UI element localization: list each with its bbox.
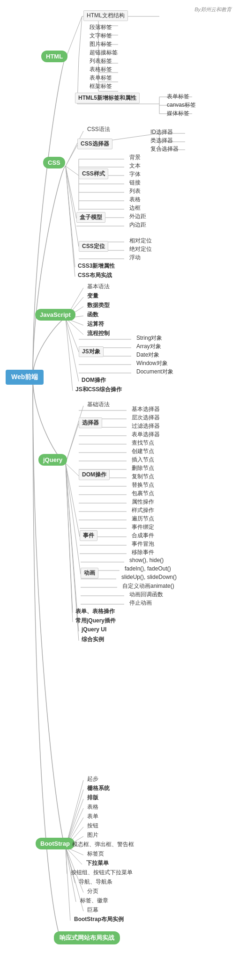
node-form-table: 表单、表格操作 — [73, 607, 118, 616]
node-bs-start: 起步 — [84, 774, 101, 784]
connector-lines — [0, 0, 239, 980]
node-stop-anim: 停止动画 — [127, 598, 155, 608]
category-jquery: jQuery — [38, 454, 67, 466]
node-show-hide: show(), hide() — [127, 556, 166, 564]
node-bs-btn: 按钮 — [84, 821, 101, 831]
node-nav: 导航、导航条 — [76, 877, 115, 887]
node-jq-dom: DOM操作 — [79, 469, 110, 480]
svg-line-88 — [66, 463, 73, 622]
byline: By郑州云和教育 — [192, 5, 234, 14]
node-animation: 动画 — [81, 568, 98, 578]
node-js-css: JS和CSS综合操作 — [73, 385, 125, 395]
node-grid: 栅格系统 — [84, 783, 112, 793]
node-css-style: CSS样式 — [79, 168, 108, 179]
node-float: 浮动 — [127, 253, 143, 263]
svg-line-59 — [66, 424, 79, 463]
node-btngroup: 按钮组、按钮式下拉菜单 — [68, 868, 135, 878]
node-box-model: 盒子模型 — [76, 212, 105, 223]
node-document: Document对象 — [134, 367, 176, 377]
node-css3: CSS3新增属性 — [75, 261, 118, 271]
category-bootstrap: BootStrap — [36, 838, 75, 849]
node-responsive: 响应式网站布局实战 — [54, 931, 120, 944]
svg-line-64 — [66, 463, 79, 476]
node-dom-ops: DOM操作 — [79, 375, 109, 385]
node-badge: 标签、徽章 — [77, 896, 111, 906]
node-var: 变量 — [84, 291, 101, 301]
node-css-layout: CSS布局实战 — [75, 271, 115, 280]
node-css-pos: CSS定位 — [79, 241, 108, 252]
svg-line-26 — [66, 166, 79, 176]
node-jq-basic: 基础语法 — [84, 400, 112, 410]
category-css: CSS — [43, 157, 65, 168]
node-typo: 排版 — [84, 793, 101, 803]
node-frame: 框架标签 — [87, 81, 115, 91]
node-slide: slideUp(), slideDown() — [119, 573, 179, 581]
node-padding: 内边距 — [127, 220, 149, 230]
category-html: HTML — [41, 51, 67, 62]
svg-line-101 — [66, 847, 67, 874]
node-flow: 流程控制 — [84, 329, 112, 338]
node-modal: 模态框、弹出框、警告框 — [69, 840, 137, 849]
node-bs-form: 表单 — [84, 812, 101, 821]
svg-line-0 — [66, 16, 82, 59]
node-events: 事件 — [80, 530, 97, 541]
node-bs-img: 图片 — [84, 830, 101, 840]
svg-line-100 — [66, 847, 82, 864]
svg-line-80 — [66, 463, 81, 574]
svg-line-87 — [66, 463, 73, 613]
node-css-selector: CSS选择器 — [77, 139, 112, 149]
node-plugins: 常用jQuery插件 — [73, 616, 119, 626]
node-fade: fadeIn(), fadeOut() — [122, 564, 174, 573]
svg-line-20 — [66, 145, 77, 166]
category-js: JavaScript — [35, 309, 75, 321]
svg-line-42 — [66, 166, 75, 267]
svg-line-102 — [66, 847, 75, 883]
node-dtype: 数据类型 — [84, 300, 112, 310]
node-html5: HTML5新增标签和属性 — [75, 93, 140, 103]
node-dropdown: 下拉菜单 — [83, 858, 112, 868]
svg-line-50 — [66, 318, 79, 352]
node-bs-table: 表格 — [84, 802, 101, 812]
mindmap: Web前端 HTML HTML文档结构 段落标签 文字标签 图片标签 超链接标签… — [0, 0, 239, 19]
node-examples: 综合实例 — [79, 635, 107, 644]
svg-line-35 — [66, 166, 76, 219]
svg-line-58 — [66, 406, 83, 463]
svg-line-56 — [66, 318, 79, 381]
node-jumbotron: 巨幕 — [84, 905, 101, 915]
node-js-basic: 基本语法 — [84, 282, 112, 292]
root-node: Web前端 — [6, 370, 44, 385]
svg-line-49 — [66, 318, 83, 335]
node-compound-sel: 复合选择器 — [148, 144, 181, 154]
svg-line-106 — [66, 847, 70, 921]
svg-line-43 — [66, 166, 75, 277]
svg-line-75 — [66, 463, 80, 537]
node-func: 函数 — [84, 310, 101, 320]
node-jqui: jQuery UI — [79, 625, 109, 634]
node-bs-layout: BootStrap布局实例 — [71, 914, 127, 924]
node-media: 媒体标签 — [164, 109, 192, 118]
svg-line-91 — [66, 780, 83, 847]
node-pagination: 分页 — [84, 886, 101, 896]
node-html-doc: HTML文档结构 — [83, 10, 128, 21]
svg-line-38 — [66, 166, 79, 247]
node-operator: 运算符 — [84, 319, 107, 329]
svg-line-2 — [79, 16, 82, 59]
node-css-syntax: CSS语法 — [84, 124, 113, 134]
svg-line-57 — [66, 318, 73, 391]
node-jq-sel: 选择器 — [79, 417, 102, 428]
node-js-obj: JS对象 — [79, 346, 104, 357]
node-tabs: 标签页 — [84, 849, 107, 859]
